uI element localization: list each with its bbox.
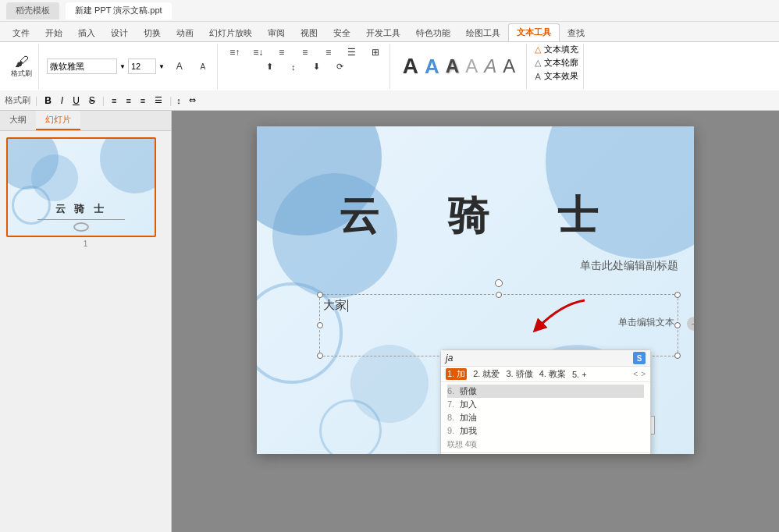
ime-next[interactable]: > bbox=[641, 370, 646, 378]
toolbar-row2: 格式刷 | B I U S | ≡ ≡ ≡ ☰ | ↕ ⇔ bbox=[0, 90, 779, 111]
text-effect-icon: A bbox=[535, 72, 541, 81]
handle-br[interactable] bbox=[674, 353, 681, 359]
align-left-btn[interactable]: ≡ bbox=[271, 45, 293, 59]
ribbon-tab-start[interactable]: 开始 bbox=[37, 25, 70, 41]
bold-btn[interactable]: B bbox=[42, 95, 54, 106]
font-name-dropdown-icon[interactable]: ▼ bbox=[119, 63, 126, 70]
rotate-handle[interactable] bbox=[495, 279, 503, 287]
ime-item-num-8: 8. bbox=[447, 413, 454, 422]
right-hint[interactable]: 单击编辑文本 bbox=[618, 316, 674, 329]
slide-thumbnail[interactable]: 云 骑 士 bbox=[6, 137, 156, 237]
align-bottom-btn[interactable]: ⬇ bbox=[306, 60, 328, 73]
sidebar-tab-slides[interactable]: 幻灯片 bbox=[36, 111, 80, 130]
canvas-area[interactable]: 云 骑 士 单击此处编辑副标题 − bbox=[172, 111, 779, 532]
ime-list-item-7[interactable]: 7. 加入 bbox=[447, 398, 644, 411]
ribbon-tab-view[interactable]: 视图 bbox=[293, 25, 325, 41]
ime-list-item-9[interactable]: 9. 加我 bbox=[447, 424, 644, 438]
ime-popup[interactable]: ja S 1. 加 2. 就爱 3. 骄傲 4. 教案 5. + < > bbox=[440, 349, 651, 454]
text-style-blue[interactable]: A bbox=[425, 55, 439, 79]
ime-cand-2[interactable]: 2. 就爱 bbox=[473, 368, 500, 380]
text-style-shadow[interactable]: A bbox=[446, 55, 459, 77]
italic-btn[interactable]: I bbox=[59, 95, 66, 106]
ribbon-tab-texttool[interactable]: 文本工具 bbox=[508, 23, 560, 41]
ribbon-tab-review[interactable]: 审阅 bbox=[260, 25, 293, 41]
text-fill-btn[interactable]: △ 文本填充 bbox=[535, 44, 578, 55]
tab-daoke-label: 稻壳模板 bbox=[16, 5, 50, 16]
text-outline-btn[interactable]: △ 文本轮廓 bbox=[535, 57, 578, 69]
ime-item-num-7: 7. bbox=[447, 399, 454, 409]
increase-indent-btn[interactable]: ≡↑ bbox=[224, 45, 246, 59]
handle-bl[interactable] bbox=[317, 353, 323, 359]
format-brush-btn[interactable]: 🖌 格式刷 bbox=[8, 53, 35, 80]
ribbon-tab-animation[interactable]: 动画 bbox=[169, 25, 201, 41]
text-dir-btn[interactable]: ⟳ bbox=[329, 60, 351, 73]
ribbon-tab-design[interactable]: 设计 bbox=[103, 25, 136, 41]
ime-cand-4[interactable]: 4. 教案 bbox=[539, 368, 566, 380]
ime-candidates-row[interactable]: 1. 加 2. 就爱 3. 骄傲 4. 教案 5. + < > bbox=[441, 367, 650, 382]
delete-handle[interactable]: − bbox=[687, 317, 694, 331]
ime-cand-5[interactable]: 5. + bbox=[572, 370, 587, 379]
text-style-light[interactable]: A bbox=[465, 55, 478, 77]
ribbon-tab-slideshow[interactable]: 幻灯片放映 bbox=[201, 25, 260, 41]
ribbon-tab-security[interactable]: 安全 bbox=[325, 25, 358, 41]
ime-item-num-9: 9. bbox=[447, 426, 454, 435]
sidebar-tab-outline[interactable]: 大纲 bbox=[0, 111, 36, 130]
handle-tr[interactable] bbox=[674, 292, 681, 298]
handle-tl[interactable] bbox=[317, 292, 323, 298]
ribbon-tab-devtools[interactable]: 开发工具 bbox=[358, 25, 408, 41]
underline-btn[interactable]: U bbox=[70, 95, 82, 106]
text-options-group: △ 文本填充 △ 文本轮廓 A 文本效果 bbox=[530, 44, 584, 89]
font-size-input[interactable] bbox=[128, 59, 156, 74]
ribbon-tab-switch[interactable]: 切换 bbox=[136, 25, 169, 41]
ime-list-item-6[interactable]: 6. 骄傲 bbox=[447, 385, 644, 398]
font-size-dropdown-icon[interactable]: ▼ bbox=[158, 63, 165, 70]
decrease-indent-btn[interactable]: ≡↓ bbox=[247, 45, 269, 59]
handle-tc[interactable] bbox=[496, 292, 502, 298]
text-style-spaced[interactable]: A bbox=[503, 55, 517, 77]
format-brush-group: 🖌 格式刷 bbox=[5, 44, 39, 89]
font-decrease-btn[interactable]: A bbox=[192, 59, 214, 73]
text-style-plain[interactable]: A bbox=[403, 54, 418, 79]
text-edit-area[interactable]: − 大家 单击编辑文本 bbox=[319, 294, 678, 356]
slide-canvas[interactable]: 云 骑 士 单击此处编辑副标题 − bbox=[257, 126, 694, 454]
slide-subtitle-hint[interactable]: 单击此处编辑副标题 bbox=[580, 259, 678, 273]
align-center-btn[interactable]: ≡ bbox=[294, 45, 316, 59]
ime-nav: < > bbox=[633, 370, 646, 378]
char-spacing-btn[interactable]: ⇔ bbox=[189, 95, 196, 105]
sidebar: 大纲 幻灯片 云 骑 士 1 bbox=[0, 111, 172, 532]
ribbon-tab-special[interactable]: 特色功能 bbox=[408, 25, 458, 41]
line-spacing-btn[interactable]: ↕ bbox=[176, 96, 181, 105]
ribbon-tab-file[interactable]: 文件 bbox=[5, 25, 37, 41]
strikethrough-btn[interactable]: S bbox=[87, 95, 98, 106]
ime-item-num-6: 6. bbox=[447, 386, 454, 395]
ribbon-tab-drawtool[interactable]: 绘图工具 bbox=[458, 25, 508, 41]
ime-list-item-8[interactable]: 8. 加油 bbox=[447, 411, 644, 424]
handle-mr[interactable] bbox=[674, 322, 681, 328]
align-right-btn[interactable]: ≡ bbox=[318, 45, 340, 59]
ime-item-text-7: 加入 bbox=[460, 399, 477, 409]
font-increase-btn[interactable]: A bbox=[169, 59, 190, 73]
ime-cand-1[interactable]: 1. 加 bbox=[446, 368, 467, 380]
align-top-btn[interactable]: ⬆ bbox=[259, 60, 281, 73]
justify-btn[interactable]: ☰ bbox=[341, 45, 363, 59]
ribbon-tab-insert[interactable]: 插入 bbox=[70, 25, 103, 41]
slide-title[interactable]: 云 骑 士 bbox=[257, 189, 694, 243]
ime-prev[interactable]: < bbox=[633, 370, 638, 378]
font-selector: ▼ ▼ bbox=[45, 57, 166, 76]
align-center-btn2[interactable]: ≡ bbox=[123, 96, 133, 105]
column-btn[interactable]: ⊞ bbox=[365, 45, 386, 59]
align-right-btn2[interactable]: ≡ bbox=[138, 96, 148, 105]
align-middle-btn[interactable]: ↕ bbox=[283, 60, 304, 73]
tab-ppt[interactable]: 新建 PPT 演示文稿.ppt bbox=[66, 2, 172, 20]
text-style-italic[interactable]: A bbox=[484, 55, 496, 77]
font-name-input[interactable] bbox=[47, 59, 117, 74]
ime-cand-3[interactable]: 3. 骄傲 bbox=[506, 368, 532, 380]
text-effect-btn[interactable]: A 文本效果 bbox=[535, 70, 578, 82]
handle-ml[interactable] bbox=[317, 322, 323, 328]
align-left-btn2[interactable]: ≡ bbox=[109, 96, 119, 105]
ribbon-tab-search[interactable]: 查找 bbox=[560, 25, 592, 41]
tab-daoke[interactable]: 稻壳模板 bbox=[6, 2, 59, 20]
justify-btn2[interactable]: ☰ bbox=[152, 95, 165, 105]
sidebar-tab-outline-label: 大纲 bbox=[9, 115, 27, 124]
slide-text-content[interactable]: 大家 bbox=[323, 298, 348, 313]
